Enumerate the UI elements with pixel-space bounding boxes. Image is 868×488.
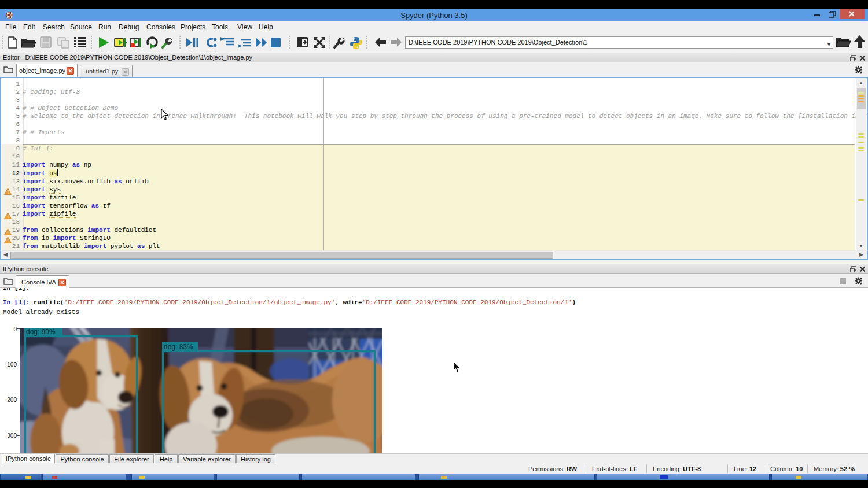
svg-text:dog: 83%: dog: 83% [164, 343, 193, 351]
svg-text:dog: 90%: dog: 90% [26, 328, 56, 336]
